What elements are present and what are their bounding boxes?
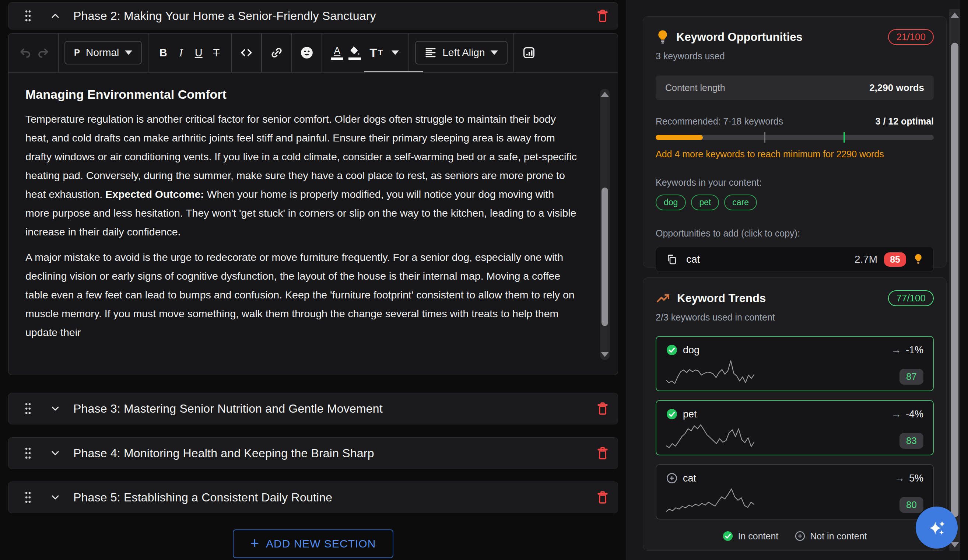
legend-in-content: In content bbox=[722, 530, 778, 542]
paragraph-style-icon: P bbox=[74, 48, 80, 58]
link-button[interactable] bbox=[268, 43, 285, 62]
block-style-label: Normal bbox=[86, 47, 119, 59]
word-count-button[interactable] bbox=[520, 43, 538, 62]
editor-scrollbar[interactable] bbox=[600, 89, 610, 360]
scroll-up-arrow[interactable] bbox=[951, 13, 959, 18]
trending-up-icon bbox=[656, 291, 670, 306]
score-badge: 21/100 bbox=[888, 29, 934, 45]
check-circle-icon bbox=[666, 408, 678, 420]
trend-change: -4% bbox=[906, 409, 923, 420]
section-header-phase2: Phase 2: Making Your Home a Senior-Frien… bbox=[8, 2, 618, 30]
lightbulb-icon bbox=[913, 253, 924, 266]
trend-arrow: → bbox=[891, 408, 901, 420]
chevron-down-icon[interactable] bbox=[49, 402, 61, 415]
trend-row-dog[interactable]: dog → -1% 87 bbox=[656, 336, 934, 391]
text-color-button[interactable]: A bbox=[328, 43, 346, 62]
underline-button[interactable]: U bbox=[190, 43, 207, 62]
editor-scrollbar-thumb[interactable] bbox=[602, 187, 608, 326]
highlight-color-button[interactable] bbox=[346, 43, 363, 62]
trend-keyword: pet bbox=[683, 409, 697, 420]
trend-row-pet[interactable]: pet → -4% 83 bbox=[656, 400, 934, 456]
editor-toolbar: P Normal B I U T A bbox=[8, 33, 618, 73]
chevron-down-icon bbox=[391, 50, 399, 55]
delete-section-button[interactable] bbox=[595, 8, 611, 24]
keyword-trends-card: Keyword Trends 77/100 2/3 keywords used … bbox=[643, 277, 946, 551]
keyword-chip[interactable]: pet bbox=[691, 194, 719, 210]
keywords-used-note: 3 keywords used bbox=[656, 51, 934, 61]
drag-handle-icon[interactable] bbox=[23, 490, 33, 505]
toolbar-separator bbox=[261, 33, 262, 72]
difficulty-badge: 85 bbox=[884, 252, 906, 267]
content-length-row: Content length 2,290 words bbox=[656, 76, 934, 100]
trend-row-cat[interactable]: cat → 5% 80 bbox=[656, 464, 934, 519]
align-left-icon bbox=[425, 47, 436, 59]
keyword-progress-bar bbox=[656, 135, 934, 140]
keyword-opportunities-card: Keyword Opportunities 21/100 3 keywords … bbox=[643, 16, 946, 267]
chevron-down-icon bbox=[125, 50, 132, 55]
bold-button[interactable]: B bbox=[154, 43, 172, 62]
opportunity-row[interactable]: cat 2.7M 85 bbox=[656, 247, 934, 272]
keyword-chip[interactable]: care bbox=[724, 194, 757, 210]
keyword-chip[interactable]: dog bbox=[656, 194, 686, 210]
scroll-down-arrow[interactable] bbox=[951, 542, 959, 547]
trend-change: -1% bbox=[906, 345, 923, 356]
drag-handle-icon[interactable] bbox=[23, 446, 33, 461]
trend-sparkline bbox=[666, 359, 754, 384]
card-header: Keyword Trends 77/100 bbox=[656, 290, 934, 306]
content-heading: Managing Environmental Comfort bbox=[25, 87, 577, 102]
plus-circle-icon bbox=[666, 472, 678, 484]
delete-section-button[interactable] bbox=[595, 445, 611, 461]
drag-handle-icon[interactable] bbox=[23, 8, 33, 23]
lightbulb-icon bbox=[656, 30, 670, 45]
font-size-dropdown[interactable]: T T bbox=[363, 33, 403, 72]
keyword-pills: dog pet care bbox=[656, 194, 934, 210]
editor-container: P Normal B I U T A bbox=[8, 33, 618, 375]
content-length-value: 2,290 words bbox=[869, 82, 924, 94]
section-title: Phase 2: Making Your Home a Senior-Frien… bbox=[73, 9, 376, 23]
toolbar-separator bbox=[291, 33, 292, 72]
ai-assistant-button[interactable] bbox=[916, 507, 958, 548]
recommended-row: Recommended: 7-18 keywords 3 / 12 optima… bbox=[656, 116, 934, 127]
sparkles-icon bbox=[925, 515, 949, 540]
card-header: Keyword Opportunities 21/100 bbox=[656, 29, 934, 45]
trend-score-badge: 83 bbox=[900, 433, 923, 449]
add-new-section-button[interactable]: + ADD NEW SECTION bbox=[233, 529, 393, 558]
emoji-button[interactable] bbox=[298, 43, 316, 62]
trend-keyword: dog bbox=[683, 345, 699, 356]
check-circle-icon bbox=[722, 530, 733, 542]
delete-section-button[interactable] bbox=[595, 489, 611, 505]
toolbar-separator bbox=[514, 33, 514, 72]
strikethrough-button[interactable]: T bbox=[207, 43, 225, 62]
section-title: Phase 3: Mastering Senior Nutrition and … bbox=[73, 402, 383, 416]
undo-button[interactable] bbox=[17, 43, 34, 62]
keyword-warning: Add 4 more keywords to reach minimum for… bbox=[656, 149, 934, 159]
chevron-down-icon bbox=[491, 50, 498, 55]
chevron-down-icon[interactable] bbox=[49, 447, 61, 459]
scroll-up-arrow[interactable] bbox=[601, 92, 609, 97]
plus-icon: + bbox=[250, 535, 259, 552]
page-scrollbar[interactable] bbox=[949, 9, 960, 551]
block-style-dropdown[interactable]: P Normal bbox=[65, 41, 142, 65]
content-length-label: Content length bbox=[665, 83, 725, 93]
chevron-down-icon[interactable] bbox=[49, 491, 61, 504]
page-scrollbar-thumb[interactable] bbox=[951, 43, 958, 517]
chevron-up-icon[interactable] bbox=[49, 10, 61, 22]
trend-sparkline bbox=[666, 487, 754, 513]
redo-button[interactable] bbox=[34, 43, 52, 62]
keywords-in-content-label: Keywords in your content: bbox=[656, 177, 934, 188]
align-dropdown[interactable]: Left Align bbox=[415, 41, 507, 65]
italic-button[interactable]: I bbox=[172, 43, 190, 62]
trend-legend: In content Not in content bbox=[656, 530, 934, 542]
delete-section-button[interactable] bbox=[595, 401, 611, 417]
legend-not-in-content: Not in content bbox=[794, 530, 867, 542]
code-button[interactable] bbox=[237, 43, 255, 62]
editor-content[interactable]: Managing Environmental Comfort Temperatu… bbox=[8, 73, 618, 375]
toolbar-separator bbox=[148, 33, 148, 72]
drag-handle-icon[interactable] bbox=[23, 401, 33, 416]
section-header-phase3: Phase 3: Mastering Senior Nutrition and … bbox=[8, 393, 618, 424]
trends-subtitle: 2/3 keywords used in content bbox=[656, 312, 934, 323]
section-header-phase5: Phase 5: Establishing a Consistent Daily… bbox=[8, 482, 618, 513]
scroll-down-arrow[interactable] bbox=[601, 352, 609, 357]
editor-column: Phase 2: Making Your Home a Senior-Frien… bbox=[8, 0, 618, 560]
section-title: Phase 4: Monitoring Health and Keeping t… bbox=[73, 447, 374, 460]
